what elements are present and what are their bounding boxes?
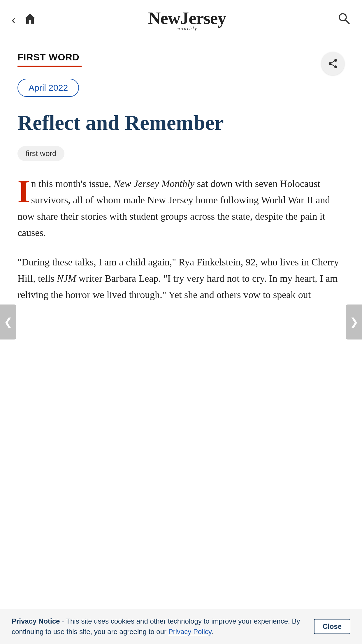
left-chevron-icon: ❮ bbox=[4, 316, 13, 328]
next-arrow[interactable]: ❯ bbox=[346, 304, 362, 333]
paragraph-1-text: n this month's issue, New Jersey Monthly… bbox=[17, 178, 330, 238]
share-button[interactable] bbox=[321, 52, 345, 75]
app-header: ‹ NewJersey monthly bbox=[0, 0, 362, 37]
home-button[interactable] bbox=[24, 12, 36, 27]
date-badge[interactable]: April 2022 bbox=[17, 79, 79, 97]
category-label: FIRST WORD bbox=[17, 52, 345, 63]
article-paragraph-2: "During these talks, I am a child again,… bbox=[17, 254, 345, 303]
prev-arrow[interactable]: ❮ bbox=[0, 304, 16, 333]
drop-cap: I bbox=[17, 178, 30, 205]
logo-text: NewJersey bbox=[148, 8, 226, 28]
back-button[interactable]: ‹ bbox=[12, 14, 15, 26]
logo-jersey: Jersey bbox=[180, 8, 226, 28]
site-logo: NewJersey monthly bbox=[148, 8, 226, 31]
article-paragraph-1: In this month's issue, New Jersey Monthl… bbox=[17, 176, 345, 241]
search-button[interactable] bbox=[338, 12, 350, 28]
article-title: Reflect and Remember bbox=[17, 111, 345, 134]
svg-point-4 bbox=[334, 65, 337, 68]
logo-new: New bbox=[148, 8, 180, 28]
right-chevron-icon: ❯ bbox=[350, 316, 359, 328]
svg-line-1 bbox=[345, 20, 349, 24]
svg-line-5 bbox=[331, 64, 335, 66]
main-content: FIRST WORD April 2022 Reflect and Rememb… bbox=[0, 37, 362, 333]
logo-subtitle: monthly bbox=[176, 26, 198, 31]
category-underline bbox=[17, 66, 82, 67]
svg-point-3 bbox=[329, 62, 332, 65]
svg-line-6 bbox=[331, 61, 335, 63]
header-left-nav: ‹ bbox=[12, 12, 36, 27]
svg-point-2 bbox=[334, 59, 337, 62]
article-body: In this month's issue, New Jersey Monthl… bbox=[17, 176, 345, 303]
article-tag[interactable]: first word bbox=[17, 146, 64, 161]
share-icon bbox=[327, 58, 338, 69]
